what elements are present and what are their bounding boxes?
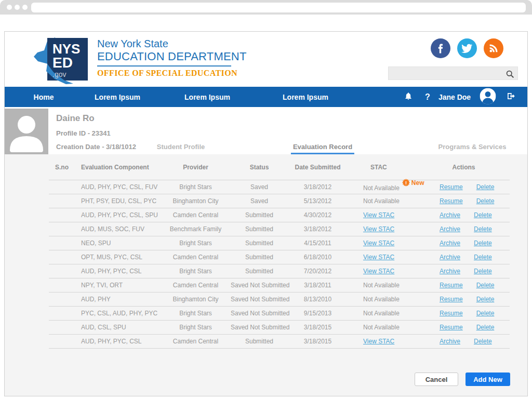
cell-actions: ResumeDelete bbox=[418, 324, 510, 331]
evaluation-table: S.noEvaluation ComponentProviderStatusDa… bbox=[49, 154, 510, 349]
resume-link[interactable]: Resume bbox=[440, 310, 463, 317]
cell-date-submitted: 3/18/2011 bbox=[288, 282, 348, 289]
facebook-icon[interactable] bbox=[431, 38, 450, 58]
resume-link[interactable]: Resume bbox=[440, 183, 463, 191]
archive-link[interactable]: Archive bbox=[440, 254, 460, 261]
window-dot[interactable] bbox=[15, 5, 20, 10]
cell-provider: Binghamton City bbox=[161, 197, 231, 205]
table-header-row: S.noEvaluation ComponentProviderStatusDa… bbox=[49, 154, 510, 180]
archive-link[interactable]: Archive bbox=[440, 211, 460, 219]
table-row: PYC, CSL, AUD, PHY, PYCBright StarsSaved… bbox=[49, 307, 510, 321]
cell-stac: Not Available bbox=[348, 324, 418, 331]
delete-link[interactable]: Delete bbox=[476, 282, 495, 289]
logo-title-line1: New York State bbox=[97, 37, 247, 50]
cell-status: Submitted bbox=[231, 240, 288, 247]
rss-icon[interactable] bbox=[484, 38, 503, 58]
delete-link[interactable]: Delete bbox=[474, 338, 492, 345]
delete-link[interactable]: Delete bbox=[476, 183, 495, 191]
add-new-button[interactable]: Add New bbox=[466, 373, 510, 386]
address-bar[interactable] bbox=[31, 3, 526, 12]
cell-date-submitted: 4/15/2011 bbox=[288, 240, 348, 247]
cell-evaluation-component: AUD, PHY, PYC, CSL, SPU bbox=[77, 211, 161, 219]
view-stac-link[interactable]: View STAC bbox=[363, 338, 394, 345]
table-row: AUD, PHY, PYC, CSL, FUVBright StarsSaved… bbox=[49, 180, 510, 194]
view-stac-link[interactable]: View STAC bbox=[363, 268, 394, 275]
delete-link[interactable]: Delete bbox=[476, 197, 495, 205]
column-header-stac: STAC bbox=[348, 164, 418, 171]
cell-evaluation-component: AUD, MUS, SOC, FUV bbox=[77, 225, 161, 233]
tab-programs-services[interactable]: Programs & Services bbox=[438, 143, 507, 151]
archive-link[interactable]: Archive bbox=[440, 225, 460, 233]
column-header-date-submitted: Date Submitted bbox=[288, 164, 348, 171]
delete-link[interactable]: Delete bbox=[476, 310, 495, 317]
table-row: PHT, PSY, EDU, CSL, PYCBinghamton CitySa… bbox=[49, 194, 510, 208]
delete-link[interactable]: Delete bbox=[474, 225, 492, 233]
tab-student-profile[interactable]: Student Profile bbox=[157, 143, 205, 151]
cell-status: Submitted bbox=[231, 211, 288, 219]
archive-link[interactable]: Archive bbox=[440, 268, 460, 275]
cell-evaluation-component: AUD, CSL, SPU bbox=[77, 324, 161, 331]
view-stac-link[interactable]: View STAC bbox=[363, 254, 394, 261]
logout-icon[interactable] bbox=[507, 91, 515, 102]
cell-actions: ResumeDelete bbox=[418, 183, 510, 191]
cell-stac: Not Available bbox=[348, 310, 418, 317]
archive-link[interactable]: Archive bbox=[440, 338, 460, 345]
cell-evaluation-component: PYC, CSL, AUD, PHY, PYC bbox=[77, 310, 161, 317]
user-avatar-icon[interactable] bbox=[480, 88, 496, 106]
view-stac-link[interactable]: View STAC bbox=[363, 225, 394, 233]
table-row: NPY, TVI, ORTCamden CentralSaved Not Sub… bbox=[49, 278, 510, 292]
notifications-bell-icon[interactable] bbox=[404, 91, 413, 103]
cell-date-submitted: 3/18/2015 bbox=[288, 338, 348, 345]
cell-date-submitted: 8/13/2010 bbox=[288, 296, 348, 303]
cell-provider: Camden Central bbox=[161, 254, 231, 261]
search-box bbox=[388, 66, 518, 80]
logo-title-line2: EDUCATION DEPARTMENT bbox=[97, 50, 247, 63]
view-stac-link[interactable]: View STAC bbox=[363, 211, 394, 219]
table-row: AUD, PHYBinghamton CitySaved Not Submitt… bbox=[49, 292, 510, 307]
help-icon[interactable]: ? bbox=[425, 92, 430, 102]
resume-link[interactable]: Resume bbox=[440, 282, 463, 289]
nav-item-lorem-2[interactable]: Lorem Ipsum bbox=[184, 93, 230, 101]
cell-evaluation-component: AUD, PHY bbox=[77, 296, 161, 303]
delete-link[interactable]: Delete bbox=[474, 240, 492, 247]
search-input[interactable] bbox=[392, 68, 500, 79]
delete-link[interactable]: Delete bbox=[476, 324, 495, 331]
cell-stac: View STAC bbox=[348, 225, 418, 233]
twitter-icon[interactable] bbox=[457, 38, 477, 58]
cell-provider: Bright Stars bbox=[161, 324, 231, 331]
svg-text:.gov: .gov bbox=[52, 70, 66, 78]
nav-item-lorem-1[interactable]: Lorem Ipsum bbox=[95, 93, 140, 101]
window-dot[interactable] bbox=[22, 5, 28, 10]
cancel-button[interactable]: Cancel bbox=[415, 373, 458, 386]
resume-link[interactable]: Resume bbox=[440, 296, 463, 303]
logo-subtitle: OFFICE OF SPECIAL EDUCATION bbox=[97, 69, 247, 78]
table-row: AUD, PHY, PYC, CSLCamden CentralSubmitte… bbox=[49, 335, 510, 349]
archive-link[interactable]: Archive bbox=[440, 240, 460, 247]
cell-stac: Not Available bbox=[348, 197, 418, 205]
delete-link[interactable]: Delete bbox=[474, 268, 492, 275]
resume-link[interactable]: Resume bbox=[440, 324, 463, 331]
cell-status: Submitted bbox=[231, 254, 288, 261]
nav-item-home[interactable]: Home bbox=[34, 93, 54, 101]
delete-link[interactable]: Delete bbox=[474, 254, 492, 261]
view-stac-link[interactable]: View STAC bbox=[363, 240, 394, 247]
resume-link[interactable]: Resume bbox=[440, 197, 463, 205]
delete-link[interactable]: Delete bbox=[474, 211, 492, 219]
cell-date-submitted: 3/18/2012 bbox=[288, 183, 348, 191]
delete-link[interactable]: Delete bbox=[476, 296, 495, 303]
cell-status: Saved Not Submitted bbox=[231, 310, 288, 317]
window-dot[interactable] bbox=[7, 5, 12, 10]
cell-stac: Not Available bbox=[348, 282, 418, 289]
svg-text:!: ! bbox=[405, 180, 407, 185]
cell-provider: Camden Central bbox=[161, 282, 231, 289]
site-header: NYS ED .gov New York State EDUCATION DEP… bbox=[5, 32, 527, 87]
main-nav: HomeLorem IpsumLorem IpsumLorem Ipsum ? … bbox=[5, 87, 527, 107]
table-row: AUD, PHY, PYC, CSL, SPUCamden CentralSub… bbox=[49, 208, 510, 222]
search-icon[interactable] bbox=[506, 70, 514, 81]
cell-status: Saved Not Submitted bbox=[231, 324, 288, 331]
cell-stac: Not Available!New bbox=[348, 182, 418, 192]
table-row: AUD, CSL, SPUBright StarsSaved Not Submi… bbox=[49, 321, 510, 335]
nav-item-lorem-3[interactable]: Lorem Ipsum bbox=[283, 93, 328, 101]
tab-evaluation-record[interactable]: Evaluation Record bbox=[293, 143, 352, 151]
nysed-logo[interactable]: NYS ED .gov bbox=[32, 35, 92, 85]
